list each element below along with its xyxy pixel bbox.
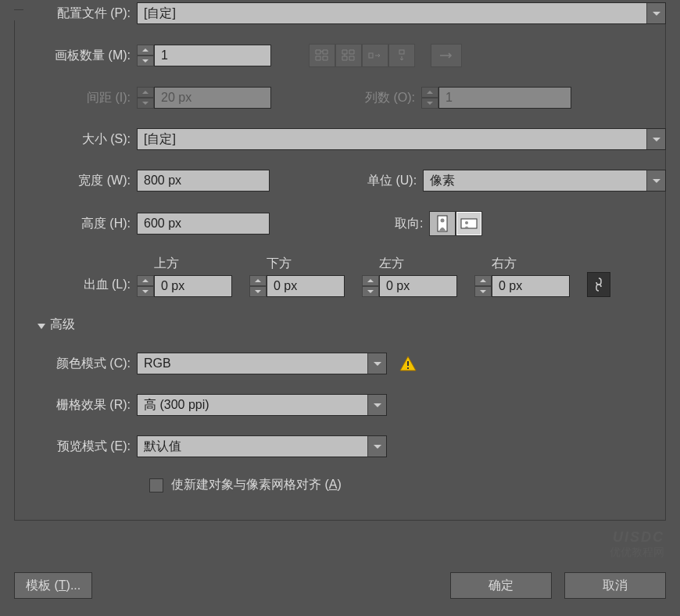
arrange-row-icon — [362, 44, 388, 67]
raster-dropdown[interactable]: 高 (300 ppi) — [137, 394, 387, 416]
preview-dropdown[interactable]: 默认值 — [137, 435, 387, 457]
orientation-portrait[interactable] — [429, 211, 456, 236]
spin-down-icon — [137, 98, 154, 109]
align-grid-checkbox[interactable] — [149, 478, 163, 492]
artboards-input[interactable] — [154, 45, 271, 66]
spin-up-icon — [137, 87, 154, 98]
colormode-value: RGB — [138, 356, 367, 371]
spin-up-icon[interactable] — [137, 275, 154, 286]
ok-button[interactable]: 确定 — [450, 572, 552, 599]
svg-rect-6 — [407, 361, 409, 366]
columns-label: 列数 (O): — [365, 90, 421, 106]
svg-rect-1 — [399, 50, 404, 54]
bleed-top-input[interactable] — [154, 275, 232, 297]
profile-value: [自定] — [138, 5, 646, 22]
spacing-label: 间距 (I): — [23, 90, 137, 106]
bleed-top-spinner[interactable] — [137, 275, 232, 297]
dropdown-arrow-icon[interactable] — [367, 353, 386, 374]
spin-down-icon[interactable] — [137, 56, 154, 66]
preview-label: 预览模式 (E): — [23, 439, 137, 455]
link-bleed-button[interactable] — [587, 272, 610, 297]
artboards-label: 画板数量 (M): — [23, 48, 137, 64]
bleed-left-spinner[interactable] — [362, 275, 457, 297]
colormode-label: 颜色模式 (C): — [23, 356, 137, 372]
size-dropdown[interactable]: [自定] — [137, 128, 666, 150]
dropdown-arrow-icon[interactable] — [646, 3, 665, 23]
grid-by-row-icon — [309, 44, 335, 67]
columns-spinner — [421, 87, 571, 109]
bleed-bottom-input[interactable] — [267, 275, 345, 297]
artboard-layout-group — [309, 44, 415, 67]
advanced-label: 高级 — [50, 317, 75, 333]
disclosure-triangle-icon — [38, 318, 45, 332]
spacing-input — [154, 87, 271, 109]
dropdown-arrow-icon[interactable] — [367, 395, 386, 415]
spin-down-icon[interactable] — [474, 286, 492, 297]
bleed-label: 出血 (L): — [23, 277, 137, 297]
svg-rect-7 — [407, 367, 409, 369]
arrange-col-icon — [388, 44, 415, 67]
grid-by-col-icon — [335, 44, 362, 67]
dropdown-arrow-icon[interactable] — [367, 436, 386, 457]
bleed-bottom-label: 下方 — [249, 256, 292, 272]
width-input[interactable] — [137, 170, 270, 192]
size-label: 大小 (S): — [23, 131, 137, 148]
svg-rect-0 — [369, 53, 373, 58]
profile-dropdown[interactable]: [自定] — [137, 2, 666, 24]
units-value: 像素 — [424, 173, 646, 189]
watermark: UISDC 优优教程网 — [610, 529, 664, 560]
spin-down-icon[interactable] — [137, 286, 154, 297]
bleed-right-label: 右方 — [474, 256, 517, 272]
bleed-top-label: 上方 — [137, 256, 179, 272]
spin-up-icon[interactable] — [474, 275, 492, 286]
warning-icon — [399, 356, 417, 371]
svg-rect-4 — [461, 219, 477, 228]
width-label: 宽度 (W): — [23, 173, 137, 189]
spin-down-icon[interactable] — [249, 286, 267, 297]
orientation-label: 取向: — [395, 216, 429, 232]
spin-down-icon — [421, 98, 438, 109]
columns-input — [438, 87, 571, 109]
bleed-right-spinner[interactable] — [474, 275, 570, 297]
preview-value: 默认值 — [138, 439, 367, 455]
artboards-spinner[interactable] — [137, 45, 271, 66]
template-button[interactable]: 模板 (T)... — [14, 572, 92, 599]
bleed-left-label: 左方 — [362, 256, 404, 272]
svg-point-5 — [465, 221, 468, 224]
bleed-bottom-spinner[interactable] — [249, 275, 345, 297]
spin-up-icon — [421, 87, 438, 98]
advanced-section-header[interactable]: 高级 — [38, 317, 666, 333]
colormode-dropdown[interactable]: RGB — [137, 353, 387, 374]
height-label: 高度 (H): — [23, 216, 137, 232]
dropdown-arrow-icon[interactable] — [646, 170, 665, 191]
rtl-arrow-icon — [431, 44, 462, 67]
svg-point-3 — [441, 219, 445, 223]
size-value: [自定] — [138, 131, 646, 148]
bleed-right-input[interactable] — [492, 275, 570, 297]
align-grid-label: 使新建对象与像素网格对齐 (A) — [171, 477, 342, 493]
raster-value: 高 (300 ppi) — [138, 397, 367, 414]
height-input[interactable] — [137, 213, 270, 235]
units-label: 单位 (U): — [367, 173, 423, 189]
spin-up-icon[interactable] — [249, 275, 267, 286]
units-dropdown[interactable]: 像素 — [423, 170, 666, 192]
spin-down-icon[interactable] — [362, 286, 379, 297]
dropdown-arrow-icon[interactable] — [646, 129, 665, 149]
cancel-button[interactable]: 取消 — [564, 572, 666, 599]
spin-up-icon[interactable] — [137, 45, 154, 56]
raster-label: 栅格效果 (R): — [23, 397, 137, 414]
spin-up-icon[interactable] — [362, 275, 379, 286]
spacing-spinner — [137, 87, 271, 109]
orientation-landscape[interactable] — [456, 211, 482, 236]
profile-label: 配置文件 (P): — [23, 5, 137, 22]
bleed-left-input[interactable] — [379, 275, 457, 297]
